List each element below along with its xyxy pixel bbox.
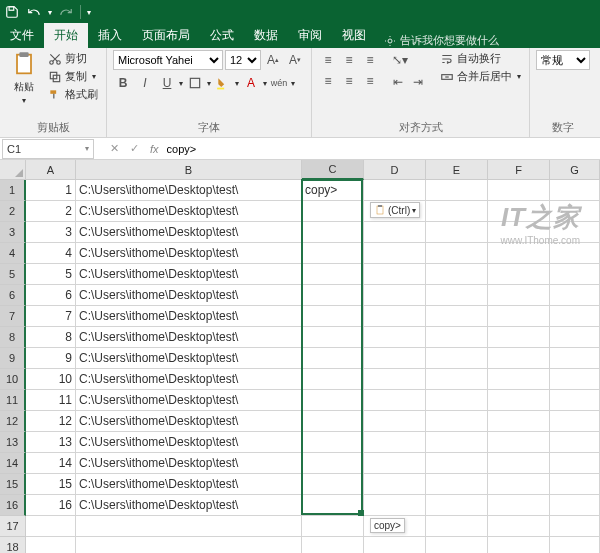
row-header[interactable]: 12 xyxy=(0,411,26,432)
fx-icon[interactable]: fx xyxy=(150,143,159,155)
cell[interactable] xyxy=(426,390,488,411)
cell[interactable]: 4 xyxy=(26,243,76,264)
cell[interactable] xyxy=(364,327,426,348)
cell[interactable]: 8 xyxy=(26,327,76,348)
increase-font-icon[interactable]: A▴ xyxy=(263,50,283,70)
tab-公式[interactable]: 公式 xyxy=(200,23,244,48)
row-header[interactable]: 15 xyxy=(0,474,26,495)
tab-文件[interactable]: 文件 xyxy=(0,23,44,48)
cell[interactable]: 12 xyxy=(26,411,76,432)
cell[interactable] xyxy=(488,369,550,390)
cell[interactable]: C:\Users\ithome\Desktop\test\ xyxy=(76,369,302,390)
fill-color-button[interactable] xyxy=(213,73,233,93)
cell[interactable] xyxy=(302,516,364,537)
formula-input[interactable] xyxy=(165,139,600,159)
cell[interactable] xyxy=(364,348,426,369)
align-center-icon[interactable]: ≡ xyxy=(339,71,359,91)
cell[interactable]: 3 xyxy=(26,222,76,243)
cell[interactable] xyxy=(550,411,600,432)
cell[interactable] xyxy=(488,474,550,495)
row-header[interactable]: 16 xyxy=(0,495,26,516)
row-header[interactable]: 14 xyxy=(0,453,26,474)
cell[interactable]: C:\Users\ithome\Desktop\test\ xyxy=(76,264,302,285)
row-header[interactable]: 1 xyxy=(0,180,26,201)
row-header[interactable]: 8 xyxy=(0,327,26,348)
cell[interactable] xyxy=(426,327,488,348)
wrap-text-button[interactable]: 自动换行 xyxy=(438,50,523,67)
cell[interactable] xyxy=(302,411,364,432)
phonetic-button[interactable]: wén xyxy=(269,73,289,93)
cell[interactable] xyxy=(426,306,488,327)
cell[interactable] xyxy=(426,432,488,453)
tab-审阅[interactable]: 审阅 xyxy=(288,23,332,48)
cell[interactable] xyxy=(550,537,600,553)
row-header[interactable]: 18 xyxy=(0,537,26,553)
redo-icon[interactable] xyxy=(58,4,74,20)
cell[interactable] xyxy=(426,348,488,369)
cell[interactable] xyxy=(364,411,426,432)
row-header[interactable]: 3 xyxy=(0,222,26,243)
cell[interactable] xyxy=(364,474,426,495)
cell[interactable]: 15 xyxy=(26,474,76,495)
align-left-icon[interactable]: ≡ xyxy=(318,71,338,91)
cut-button[interactable]: 剪切 xyxy=(46,50,100,67)
cell[interactable] xyxy=(488,285,550,306)
undo-icon[interactable] xyxy=(26,4,42,20)
col-header-B[interactable]: B xyxy=(76,160,302,180)
cell[interactable] xyxy=(364,285,426,306)
increase-indent-icon[interactable]: ⇥ xyxy=(408,72,428,92)
worksheet[interactable]: ABCDEFG 11C:\Users\ithome\Desktop\test\c… xyxy=(0,160,600,553)
font-size-select[interactable]: 12 xyxy=(225,50,261,70)
cell[interactable] xyxy=(426,264,488,285)
cell[interactable] xyxy=(302,474,364,495)
cell[interactable] xyxy=(302,201,364,222)
underline-button[interactable]: U xyxy=(157,73,177,93)
cell[interactable]: C:\Users\ithome\Desktop\test\ xyxy=(76,474,302,495)
cell[interactable] xyxy=(26,516,76,537)
col-header-E[interactable]: E xyxy=(426,160,488,180)
cell[interactable]: 6 xyxy=(26,285,76,306)
cell[interactable] xyxy=(550,285,600,306)
enter-formula-icon[interactable]: ✓ xyxy=(124,142,144,155)
cell[interactable] xyxy=(426,369,488,390)
undo-dropdown-icon[interactable]: ▾ xyxy=(48,8,52,17)
cell[interactable] xyxy=(426,201,488,222)
row-header[interactable]: 13 xyxy=(0,432,26,453)
row-header[interactable]: 6 xyxy=(0,285,26,306)
cell[interactable]: 2 xyxy=(26,201,76,222)
cell[interactable] xyxy=(488,516,550,537)
bold-button[interactable]: B xyxy=(113,73,133,93)
cell[interactable] xyxy=(426,411,488,432)
cell[interactable] xyxy=(488,495,550,516)
cell[interactable] xyxy=(364,264,426,285)
cell[interactable] xyxy=(488,180,550,201)
col-header-A[interactable]: A xyxy=(26,160,76,180)
cell[interactable] xyxy=(426,537,488,553)
name-box[interactable]: C1▾ xyxy=(2,139,94,159)
tab-数据[interactable]: 数据 xyxy=(244,23,288,48)
cell[interactable]: C:\Users\ithome\Desktop\test\ xyxy=(76,222,302,243)
merge-center-button[interactable]: 合并后居中▾ xyxy=(438,68,523,85)
col-header-D[interactable]: D xyxy=(364,160,426,180)
cell[interactable] xyxy=(364,495,426,516)
cell[interactable]: C:\Users\ithome\Desktop\test\ xyxy=(76,495,302,516)
cell[interactable] xyxy=(488,432,550,453)
cell[interactable] xyxy=(488,348,550,369)
row-header[interactable]: 4 xyxy=(0,243,26,264)
cell[interactable] xyxy=(550,369,600,390)
col-header-F[interactable]: F xyxy=(488,160,550,180)
qat-customize-icon[interactable]: ▾ xyxy=(87,8,91,17)
tab-页面布局[interactable]: 页面布局 xyxy=(132,23,200,48)
cell[interactable] xyxy=(302,306,364,327)
cell[interactable] xyxy=(302,285,364,306)
cell[interactable]: C:\Users\ithome\Desktop\test\ xyxy=(76,180,302,201)
cell[interactable] xyxy=(550,390,600,411)
cell[interactable] xyxy=(550,495,600,516)
cell[interactable] xyxy=(364,369,426,390)
align-bottom-icon[interactable]: ≡ xyxy=(360,50,380,70)
cell[interactable] xyxy=(302,222,364,243)
cell[interactable] xyxy=(302,369,364,390)
cell[interactable] xyxy=(550,201,600,222)
align-top-icon[interactable]: ≡ xyxy=(318,50,338,70)
decrease-font-icon[interactable]: A▾ xyxy=(285,50,305,70)
